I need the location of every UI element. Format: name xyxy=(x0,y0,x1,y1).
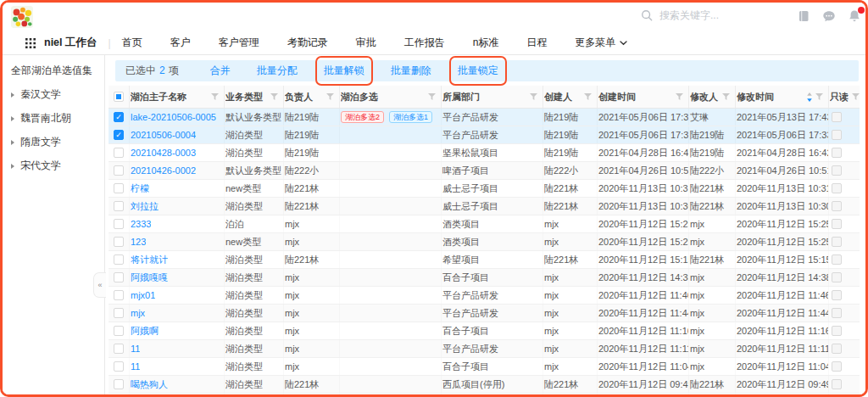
table-row[interactable]: 柠檬new类型陆221林威士忌子项目陆221林2020年11月13日 10:31… xyxy=(108,180,860,198)
row-checkbox[interactable] xyxy=(114,201,124,211)
apps-grid-icon[interactable] xyxy=(25,38,36,48)
table-row[interactable]: 喝热狗人湖泊类型陆221林西瓜项目(停用)陆221林2020年11月12日 09… xyxy=(108,376,860,394)
filter-icon[interactable] xyxy=(852,93,860,101)
readonly-checkbox[interactable] xyxy=(832,272,842,282)
nav-item-3[interactable]: 客户管理 xyxy=(219,36,259,50)
tree-expand-icon[interactable] xyxy=(11,92,14,98)
tree-expand-icon[interactable] xyxy=(11,140,14,145)
nav-item-4[interactable]: 考勤记录 xyxy=(287,36,328,50)
sidebar-tree-item-1[interactable]: 秦汉文学 xyxy=(11,87,99,102)
row-checkbox[interactable] xyxy=(114,379,124,389)
nav-item-8[interactable]: 日程 xyxy=(526,36,547,50)
readonly-checkbox[interactable] xyxy=(832,165,842,176)
row-checkbox[interactable] xyxy=(114,308,124,318)
book-icon[interactable] xyxy=(797,9,810,23)
record-link[interactable]: 20210428-0003 xyxy=(131,148,196,158)
tree-expand-icon[interactable] xyxy=(11,164,14,169)
filter-icon[interactable] xyxy=(270,93,278,101)
sidebar-collapse-button[interactable]: « xyxy=(93,272,106,298)
table-row[interactable]: 112湖泊类型陆221林威士忌子项目陆221林2020年11月11日 21:19… xyxy=(108,394,860,397)
toolbar-action-1[interactable]: 合并 xyxy=(210,64,231,78)
readonly-checkbox[interactable] xyxy=(832,148,842,158)
toolbar-action-5[interactable]: 批量锁定 xyxy=(458,64,498,78)
table-row[interactable]: ✓lake-20210506-0005默认业务类型陆219陆湖泊多选2湖泊多选1… xyxy=(108,109,860,126)
bell-icon[interactable] xyxy=(848,9,861,23)
readonly-checkbox[interactable] xyxy=(832,219,842,229)
table-row[interactable]: 刘拉拉湖泊类型陆221林威士忌子项目陆221林2020年11月13日 10:30… xyxy=(108,198,860,215)
readonly-checkbox[interactable] xyxy=(832,237,842,247)
table-row[interactable]: 2333泊泊mjx酒类项目mjx2020年11月12日 15:25mjx2020… xyxy=(108,215,860,233)
row-checkbox[interactable] xyxy=(114,326,124,336)
table-row[interactable]: 11湖泊类型mjx平台产品研发mjx2020年11月12日 11:11mjx20… xyxy=(108,340,860,358)
record-link[interactable]: 11 xyxy=(131,344,140,354)
table-row[interactable]: 123new类型mjx酒类项目mjx2020年11月12日 15:25mjx20… xyxy=(108,233,860,251)
row-checkbox[interactable] xyxy=(114,344,124,354)
search-input[interactable] xyxy=(658,8,771,22)
record-link[interactable]: 喝热狗人 xyxy=(131,378,168,391)
readonly-checkbox[interactable] xyxy=(832,326,842,336)
readonly-checkbox[interactable] xyxy=(832,379,842,389)
readonly-checkbox[interactable] xyxy=(832,130,842,140)
row-checkbox[interactable] xyxy=(114,165,124,176)
row-checkbox[interactable] xyxy=(114,290,124,300)
table-row[interactable]: 将计就计湖泊类型陆221林希望项目陆221林2020年11月12日 15:15陆… xyxy=(108,251,860,269)
filter-icon[interactable] xyxy=(722,93,730,101)
table-row[interactable]: 阿娥嘎嘎湖泊类型mjx百合子项目mjx2020年11月12日 14:38mjx2… xyxy=(108,269,860,287)
select-all-checkbox[interactable] xyxy=(114,92,124,102)
nav-item-5[interactable]: 审批 xyxy=(356,36,376,50)
record-link[interactable]: 20210506-0004 xyxy=(131,130,196,140)
nav-item-7[interactable]: n标准 xyxy=(473,36,499,50)
tree-expand-icon[interactable] xyxy=(11,116,14,121)
row-checkbox[interactable] xyxy=(114,361,124,372)
sidebar-tree-item-3[interactable]: 隋唐文学 xyxy=(11,135,99,149)
row-checkbox[interactable]: ✓ xyxy=(114,130,124,140)
sort-icon[interactable] xyxy=(806,92,813,103)
record-link[interactable]: mjx01 xyxy=(131,290,155,300)
readonly-checkbox[interactable] xyxy=(832,361,842,372)
row-checkbox[interactable] xyxy=(114,219,124,229)
record-link[interactable]: 20210426-0002 xyxy=(131,165,196,176)
row-checkbox[interactable]: ✓ xyxy=(114,112,124,122)
readonly-checkbox[interactable] xyxy=(832,290,842,300)
nav-item-more-menu[interactable]: 更多菜单 xyxy=(575,36,627,50)
readonly-checkbox[interactable] xyxy=(832,308,842,318)
table-row[interactable]: ✓20210506-0004湖泊类型陆219陆平台产品研发陆219陆2021年0… xyxy=(108,126,860,144)
table-row[interactable]: 20210428-0003湖泊类型陆219陆坚果松鼠项目陆219陆2021年04… xyxy=(108,144,860,162)
filter-icon[interactable] xyxy=(584,93,592,101)
row-checkbox[interactable] xyxy=(114,183,124,193)
readonly-checkbox[interactable] xyxy=(832,112,842,122)
toolbar-action-3[interactable]: 批量解锁 xyxy=(324,64,364,78)
record-link[interactable]: 2333 xyxy=(131,219,151,229)
row-checkbox[interactable] xyxy=(114,254,124,265)
filter-icon[interactable] xyxy=(211,93,219,101)
record-link[interactable]: 阿娥嘎嘎 xyxy=(131,271,168,284)
nav-item-6[interactable]: 工作报告 xyxy=(404,36,445,50)
filter-icon[interactable] xyxy=(530,93,537,101)
toolbar-action-4[interactable]: 批量删除 xyxy=(391,64,431,78)
table-row[interactable]: 20210426-0002默认业务类型陆222小啤酒子项目陆222小2021年0… xyxy=(108,162,860,180)
filter-icon[interactable] xyxy=(815,93,823,101)
global-search[interactable] xyxy=(641,8,771,22)
record-link[interactable]: 柠檬 xyxy=(131,182,149,195)
nav-item-2[interactable]: 客户 xyxy=(170,36,191,50)
record-link[interactable]: 阿娥啊 xyxy=(131,325,159,338)
record-link[interactable]: mjx xyxy=(131,308,145,318)
sidebar-tree-item-4[interactable]: 宋代文学 xyxy=(11,159,99,173)
readonly-checkbox[interactable] xyxy=(832,183,842,193)
app-logo-icon[interactable] xyxy=(11,6,33,28)
readonly-checkbox[interactable] xyxy=(832,201,842,211)
table-row[interactable]: 11湖泊类型mjx百合子项目mjx2020年11月12日 11:04mjx202… xyxy=(108,358,860,376)
record-link[interactable]: 刘拉拉 xyxy=(131,200,159,213)
table-row[interactable]: mjx01湖泊类型mjx平台产品研发mjx2020年11月12日 11:46mj… xyxy=(108,287,860,305)
readonly-checkbox[interactable] xyxy=(832,254,842,265)
sidebar-tree-item-2[interactable]: 魏晋南北朝 xyxy=(11,111,99,126)
record-link[interactable]: lake-20210506-0005 xyxy=(131,112,216,122)
table-row[interactable]: 阿娥啊湖泊类型mjx百合子项目mjx2020年11月12日 11:16mjx20… xyxy=(108,322,860,340)
table-row[interactable]: mjx湖泊类型mjx平台产品研发mjx2020年11月12日 11:44mjx2… xyxy=(108,305,860,322)
filter-icon[interactable] xyxy=(428,93,436,101)
nav-item-1[interactable]: 首页 xyxy=(122,36,142,50)
toolbar-action-2[interactable]: 批量分配 xyxy=(257,64,298,78)
row-checkbox[interactable] xyxy=(114,148,124,158)
record-link[interactable]: 将计就计 xyxy=(131,254,168,266)
row-checkbox[interactable] xyxy=(114,272,124,282)
